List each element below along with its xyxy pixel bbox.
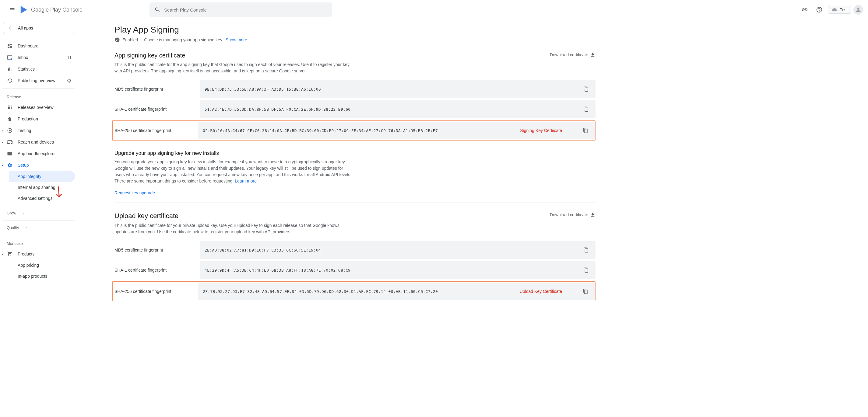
- nav-dashboard[interactable]: Dashboard: [3, 40, 75, 52]
- download-signing-cert[interactable]: Download certificate: [550, 52, 595, 58]
- nav-label: Statistics: [18, 67, 35, 71]
- cloud-icon: [831, 7, 838, 12]
- publish-icon: [7, 78, 12, 83]
- copy-button[interactable]: [581, 287, 590, 296]
- copy-button[interactable]: [581, 126, 590, 135]
- nav-label: Testing: [18, 128, 31, 133]
- nav-label: Inbox: [18, 55, 28, 60]
- copy-icon: [583, 106, 589, 112]
- nav-bundle-explorer[interactable]: App bundle explorer: [3, 148, 75, 160]
- nav-inbox[interactable]: Inbox 11: [3, 52, 75, 63]
- fp-label: SHA-1 certificate fingerprint: [115, 268, 200, 273]
- devices-icon: [7, 139, 12, 145]
- chevron-down-icon: [22, 212, 25, 215]
- copy-button[interactable]: [582, 266, 591, 275]
- grow-section-header[interactable]: Grow: [3, 208, 75, 218]
- download-upload-cert[interactable]: Download certificate: [550, 212, 595, 217]
- search-input[interactable]: [164, 7, 327, 12]
- upload-section-title: Upload key certificate: [115, 212, 178, 220]
- fp-value: 2F:7B:93:27:93:E7:82:48:AD:64:57:EE:D4:0…: [203, 289, 438, 294]
- signing-section-desc: This is the public certificate for the a…: [115, 59, 352, 80]
- sidebar: All apps Dashboard Inbox 11 Statistics P…: [0, 20, 78, 315]
- nav-label: In-app products: [18, 274, 47, 279]
- bundle-icon: [7, 151, 12, 157]
- link-button[interactable]: [799, 4, 811, 16]
- nav-label: Products: [18, 251, 34, 256]
- copy-button[interactable]: [582, 84, 591, 94]
- nav-publishing[interactable]: Publishing overview: [3, 75, 75, 86]
- link-icon: [801, 6, 808, 13]
- signing-annotation: Signing Key Certiicate: [520, 128, 577, 133]
- nav-app-integrity[interactable]: App integrity: [9, 171, 75, 182]
- inbox-badge: 11: [67, 55, 71, 60]
- user-avatar[interactable]: [854, 5, 863, 14]
- nav-label: App bundle explorer: [18, 151, 56, 156]
- help-icon: [816, 6, 823, 13]
- nav-app-pricing[interactable]: App pricing: [3, 260, 75, 271]
- nav-internal-sharing[interactable]: Internal app sharing: [3, 182, 75, 193]
- release-section-header: Release: [3, 90, 75, 102]
- page-title: Play App Signing: [115, 20, 595, 37]
- learn-more-link[interactable]: Learn more: [235, 178, 257, 183]
- nav-releases-overview[interactable]: Releases overview: [3, 102, 75, 113]
- play-logo-icon: [20, 5, 29, 14]
- monetize-section-header: Monetize: [3, 237, 75, 248]
- quality-section-header[interactable]: Quality: [3, 222, 75, 233]
- nav-label: Publishing overview: [18, 78, 55, 83]
- hamburger-menu[interactable]: [5, 2, 20, 17]
- copy-icon: [583, 128, 588, 133]
- nav-label: Production: [18, 116, 38, 121]
- show-more-link[interactable]: Show more: [226, 37, 247, 42]
- logo[interactable]: Google Play Console: [20, 5, 83, 14]
- nav-testing[interactable]: Testing: [3, 125, 75, 136]
- person-icon: [855, 6, 862, 13]
- check-circle-icon: [115, 37, 120, 43]
- nav-label: App pricing: [18, 263, 39, 268]
- download-icon: [590, 52, 595, 58]
- fp-value: 51:A2:4E:7D:55:DD:DA:8F:5B:DF:5A:F0:CA:2…: [205, 107, 350, 112]
- copy-button[interactable]: [582, 105, 591, 114]
- nav-statistics[interactable]: Statistics: [3, 63, 75, 75]
- flask-icon: [7, 128, 12, 133]
- nav-label: Reach and devices: [18, 140, 54, 144]
- main-content: Play App Signing Enabled · Google is man…: [78, 20, 626, 315]
- signing-sha256-highlight: SHA-256 certificate fingerprint 02:B0:16…: [112, 120, 595, 141]
- cart-icon: [7, 251, 12, 257]
- fp-value: 2B:AD:88:02:A7:81:D9:E0:F7:C3:33:6C:60:5…: [205, 248, 321, 252]
- fp-value: 4E:29:9D:4F:A5:3B:C4:4F:E0:6B:3B:A8:FF:1…: [205, 268, 350, 273]
- nav-products[interactable]: Products: [3, 248, 75, 260]
- request-upgrade-link[interactable]: Request key upgrade: [115, 190, 595, 203]
- nav-advanced-settings[interactable]: Advanced settings: [3, 193, 75, 204]
- nav-label: Dashboard: [18, 43, 39, 48]
- copy-button[interactable]: [582, 245, 591, 254]
- copy-icon: [583, 267, 589, 273]
- nav-label: Setup: [18, 163, 29, 168]
- status-enabled: Enabled: [122, 37, 138, 42]
- signing-sha1-row: SHA-1 certificate fingerprint 51:A2:4E:7…: [115, 100, 595, 118]
- nav-label: Internal app sharing: [18, 185, 55, 190]
- sync-off-icon: [67, 78, 71, 83]
- fp-label: SHA-256 certificate fingerprint: [115, 128, 198, 133]
- upgrade-title: Upgrade your app signing key for new ins…: [115, 143, 595, 157]
- nav-reach[interactable]: Reach and devices: [3, 136, 75, 148]
- app-selector[interactable]: Test: [828, 6, 851, 14]
- fp-label: SHA-256 certificate fingerprint: [115, 289, 198, 294]
- nav-setup[interactable]: Setup: [3, 160, 75, 171]
- upload-sha1-row: SHA-1 certificate fingerprint 4E:29:9D:4…: [115, 261, 595, 279]
- chevron-down-icon: [25, 226, 28, 229]
- fp-value: 02:B0:16:4A:C4:67:CF:C0:38:14:0A:CF:BD:B…: [203, 128, 438, 133]
- nav-production[interactable]: Production: [3, 113, 75, 125]
- fp-label: MD5 certificate fingerprint: [115, 87, 200, 92]
- nav-inapp-products[interactable]: In-app products: [3, 271, 75, 282]
- status-row: Enabled · Google is managing your app si…: [115, 37, 595, 47]
- signing-md5-row: MD5 certificate fingerprint 9B:E4:DD:73:…: [115, 80, 595, 98]
- back-arrow-icon: [8, 25, 14, 31]
- all-apps-button[interactable]: All apps: [3, 22, 75, 34]
- overview-icon: [7, 105, 12, 110]
- help-button[interactable]: [813, 4, 826, 16]
- signing-section-title: App signing key certificate: [115, 52, 185, 59]
- nav-label: Releases overview: [18, 105, 54, 110]
- rocket-icon: [7, 116, 12, 121]
- menu-icon: [9, 7, 15, 13]
- search-box[interactable]: [150, 2, 332, 17]
